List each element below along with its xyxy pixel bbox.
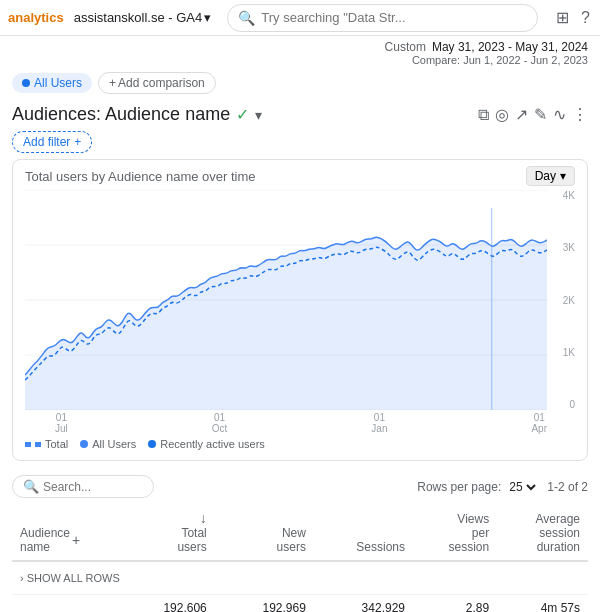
avg-session-cell: 4m 57s vs. 178.95 ↑ 66.35% — [497, 595, 588, 613]
table-body: › SHOW ALL ROWS Total 192,606 vs. 179,87… — [12, 561, 588, 612]
plus-icon: + — [109, 76, 116, 90]
legend-allusers-label: All Users — [92, 438, 136, 450]
all-users-chip[interactable]: All Users — [12, 73, 92, 93]
show-all-rows-button[interactable]: › SHOW ALL ROWS — [20, 568, 120, 588]
chart-y-labels: 4K 3K 2K 1K 0 — [547, 190, 575, 410]
legend-allusers-dot — [80, 440, 88, 448]
x-label-oct: 01Oct — [212, 412, 228, 434]
y-label-4k: 4K — [547, 190, 575, 201]
sessions-cell: 342,929 vs. 314,961 ↑ 8.88% — [314, 595, 413, 613]
help-icon[interactable]: ? — [579, 7, 592, 29]
col-new-users[interactable]: Newusers — [215, 504, 314, 561]
pagination-controls: Rows per page: 25 1-2 of 2 — [417, 479, 588, 495]
chip-dot — [22, 79, 30, 87]
data-table: Audiencename + ↓ Totalusers Newusers — [12, 504, 588, 612]
views-value: 2.89 — [466, 601, 489, 612]
grid-icon[interactable]: ⊞ — [554, 6, 571, 29]
chart-toggle-icon[interactable]: ⧉ — [478, 106, 489, 124]
rows-per-page-label: Rows per page: — [417, 480, 501, 494]
header-actions: ⧉ ◎ ↗ ✎ ∿ ⋮ — [478, 105, 588, 124]
chart-title: Total users by Audience name over time — [25, 169, 256, 184]
table-search-box: 🔍 — [12, 475, 154, 498]
audience-name-cell: Total — [12, 595, 116, 613]
col-audience[interactable]: Audiencename + — [12, 504, 116, 561]
chart-x-labels: 01Jul 01Oct 01Jan 01Apr — [25, 410, 575, 434]
custom-label: Custom — [385, 40, 426, 54]
table-section: 🔍 Rows per page: 25 1-2 of 2 Audiencenam… — [12, 469, 588, 612]
legend-recent-dot — [148, 440, 156, 448]
show-all-label: SHOW ALL ROWS — [27, 572, 120, 584]
day-label: Day — [535, 169, 556, 183]
table-header-bar: 🔍 Rows per page: 25 1-2 of 2 — [12, 469, 588, 504]
table-head: Audiencename + ↓ Totalusers Newusers — [12, 504, 588, 561]
legend-recent-label: Recently active users — [160, 438, 265, 450]
legend-allusers: All Users — [80, 438, 136, 450]
avg-session-value: 4m 57s — [541, 601, 580, 612]
new-users-value: 192,969 — [263, 601, 306, 612]
page-title: Audiences: Audience name — [12, 104, 230, 125]
chart-svg — [25, 190, 547, 410]
x-label-jan: 01Jan — [371, 412, 387, 434]
compare-range: Compare: Jun 1, 2022 - Jun 2, 2023 — [412, 54, 588, 66]
analytics-logo: analytics — [8, 10, 68, 25]
chart-header: Total users by Audience name over time D… — [25, 166, 575, 186]
compare-icon[interactable]: ◎ — [495, 105, 509, 124]
more-icon[interactable]: ⋮ — [572, 105, 588, 124]
add-column-icon[interactable]: + — [72, 532, 80, 548]
x-label-jul: 01Jul — [55, 412, 68, 434]
search-input[interactable] — [261, 10, 527, 25]
chart-legend: Total All Users Recently active users — [25, 434, 575, 454]
add-comparison-label: Add comparison — [118, 76, 205, 90]
legend-recent: Recently active users — [148, 438, 265, 450]
date-bar: Custom May 31, 2023 - May 31, 2024 Compa… — [0, 36, 600, 68]
y-label-3k: 3K — [547, 242, 575, 253]
chip-label: All Users — [34, 76, 82, 90]
col-sessions[interactable]: Sessions — [314, 504, 413, 561]
add-comparison-button[interactable]: + Add comparison — [98, 72, 216, 94]
segment-bar: All Users + Add comparison — [0, 68, 600, 98]
col-views-per-session[interactable]: Viewspersession — [413, 504, 497, 561]
table-search-input[interactable] — [43, 480, 143, 494]
chart-section: Total users by Audience name over time D… — [12, 159, 588, 461]
filter-label: Add filter — [23, 135, 70, 149]
filter-plus-icon: + — [74, 135, 81, 149]
views-cell: 2.89 vs. 1.95 ↑ 48.59% — [413, 595, 497, 613]
chart-area: 4K 3K 2K 1K 0 — [25, 190, 575, 410]
total-users-value: 192,606 — [163, 601, 206, 612]
property-selector[interactable]: assistanskoll.se - GA4 ▾ — [74, 10, 212, 25]
y-label-2k: 2K — [547, 295, 575, 306]
col-total-users[interactable]: ↓ Totalusers — [116, 504, 215, 561]
property-name: assistanskoll.se - GA4 — [74, 10, 203, 25]
table-row: Total 192,606 vs. 179,872 ↑ 7.08% 192,96… — [12, 595, 588, 613]
show-all-rows-row: › SHOW ALL ROWS — [12, 561, 588, 595]
top-icons: ⊞ ? — [554, 6, 592, 29]
legend-total: Total — [25, 438, 68, 450]
date-range: May 31, 2023 - May 31, 2024 — [432, 40, 588, 54]
legend-total-label: Total — [45, 438, 68, 450]
search-box: 🔍 — [227, 4, 538, 32]
add-filter-button[interactable]: Add filter + — [12, 131, 92, 153]
chevron-icon: ▾ — [560, 169, 566, 183]
sessions-value: 342,929 — [362, 601, 405, 612]
chevron-right-icon: › — [20, 572, 24, 584]
chevron-down-icon: ▾ — [204, 10, 211, 25]
x-label-apr: 01Apr — [531, 412, 547, 434]
edit-icon[interactable]: ✎ — [534, 105, 547, 124]
top-bar: analytics assistanskoll.se - GA4 ▾ 🔍 ⊞ ? — [0, 0, 600, 36]
search-icon: 🔍 — [238, 10, 255, 26]
new-users-cell: 192,969 vs. 179,155 ↑ 7.71% — [215, 595, 314, 613]
total-users-cell: 192,606 vs. 179,872 ↑ 7.08% — [116, 595, 215, 613]
sparkline-icon[interactable]: ∿ — [553, 105, 566, 124]
rows-select[interactable]: 25 — [505, 479, 539, 495]
verified-icon: ✓ — [236, 105, 249, 124]
legend-total-line — [25, 442, 41, 447]
sort-icon: ↓ — [200, 510, 207, 526]
day-selector[interactable]: Day ▾ — [526, 166, 575, 186]
col-audience-label: Audiencename — [20, 526, 70, 554]
audience-dropdown[interactable]: ▾ — [255, 107, 262, 123]
y-label-0: 0 — [547, 399, 575, 410]
share-icon[interactable]: ↗ — [515, 105, 528, 124]
page-header: Audiences: Audience name ✓ ▾ ⧉ ◎ ↗ ✎ ∿ ⋮ — [0, 98, 600, 127]
rows-per-page: Rows per page: 25 — [417, 479, 539, 495]
col-avg-session[interactable]: Averagesessionduration — [497, 504, 588, 561]
